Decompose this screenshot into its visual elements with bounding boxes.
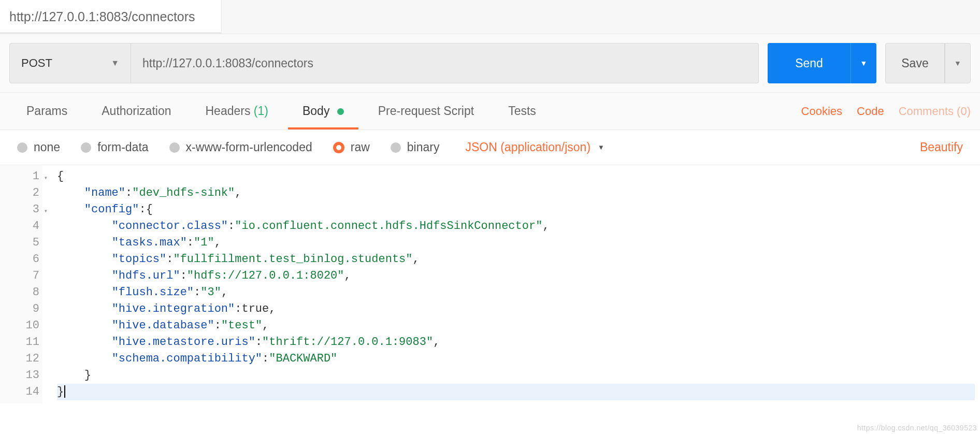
body-type-raw[interactable]: raw	[333, 140, 370, 154]
send-button[interactable]: Send	[768, 43, 851, 83]
body-type-binary[interactable]: binary	[391, 140, 440, 154]
editor-content[interactable]: { "name":"dev_hdfs-sink", "config":{ "co…	[42, 165, 980, 403]
chevron-down-icon: ▼	[111, 59, 119, 68]
save-dropdown-button[interactable]: ▼	[945, 43, 971, 83]
radio-icon	[17, 142, 27, 153]
tab-prerequest-script[interactable]: Pre-request Script	[361, 93, 491, 129]
tab-body[interactable]: Body	[285, 93, 361, 129]
save-button-label: Save	[901, 56, 928, 70]
body-modified-indicator-icon	[337, 108, 344, 115]
send-button-label: Send	[795, 56, 823, 70]
radio-icon	[169, 142, 180, 153]
cookies-link[interactable]: Cookies	[801, 105, 842, 118]
tab-tests[interactable]: Tests	[491, 93, 553, 129]
body-type-raw-label: raw	[351, 140, 370, 154]
editor-gutter: 1234567891011121314	[0, 165, 42, 403]
window-tab[interactable]: http://127.0.0.1:8083/connectors	[0, 0, 222, 34]
chevron-down-icon: ▼	[860, 59, 868, 67]
url-input[interactable]: http://127.0.0.1:8083/connectors	[131, 43, 759, 83]
tab-params[interactable]: Params	[9, 93, 84, 129]
radio-selected-icon	[333, 142, 344, 153]
body-type-none-label: none	[34, 140, 60, 154]
request-tabs: Params Authorization Headers (1) Body Pr…	[0, 93, 980, 130]
tab-headers[interactable]: Headers (1)	[189, 93, 285, 129]
window-tab-title: http://127.0.0.1:8083/connectors	[9, 9, 195, 24]
body-options-row: none form-data x-www-form-urlencoded raw…	[0, 130, 980, 165]
body-type-urlencoded[interactable]: x-www-form-urlencoded	[169, 140, 312, 154]
send-dropdown-button[interactable]: ▼	[851, 43, 876, 83]
request-row: POST ▼ http://127.0.0.1:8083/connectors …	[0, 34, 980, 93]
radio-icon	[81, 142, 91, 153]
url-value: http://127.0.0.1:8083/connectors	[142, 56, 313, 70]
tab-headers-label: Headers	[206, 104, 251, 118]
chevron-down-icon: ▼	[598, 143, 604, 151]
body-type-none[interactable]: none	[17, 140, 60, 154]
code-editor[interactable]: 1234567891011121314 { "name":"dev_hdfs-s…	[0, 165, 980, 403]
tab-tests-label: Tests	[508, 104, 536, 118]
beautify-link[interactable]: Beautify	[920, 140, 963, 154]
radio-icon	[391, 142, 401, 153]
body-type-binary-label: binary	[407, 140, 440, 154]
body-type-formdata-label: form-data	[97, 140, 148, 154]
chevron-down-icon: ▼	[954, 59, 961, 67]
tab-auth-label: Authorization	[102, 104, 171, 118]
body-type-urlencoded-label: x-www-form-urlencoded	[186, 140, 312, 154]
content-type-label: JSON (application/json)	[465, 140, 590, 154]
save-button[interactable]: Save	[885, 43, 945, 83]
http-method-value: POST	[21, 56, 52, 70]
content-type-select[interactable]: JSON (application/json) ▼	[465, 140, 604, 154]
window-tab-bar: http://127.0.0.1:8083/connectors	[0, 0, 980, 34]
http-method-select[interactable]: POST ▼	[9, 43, 131, 83]
comments-link[interactable]: Comments (0)	[899, 105, 971, 118]
body-type-form-data[interactable]: form-data	[81, 140, 148, 154]
tab-body-label: Body	[302, 104, 329, 118]
code-link[interactable]: Code	[857, 105, 884, 118]
tab-prerequest-label: Pre-request Script	[378, 104, 474, 118]
tab-authorization[interactable]: Authorization	[84, 93, 188, 129]
tab-params-label: Params	[26, 104, 67, 118]
tab-headers-count: (1)	[254, 104, 268, 118]
